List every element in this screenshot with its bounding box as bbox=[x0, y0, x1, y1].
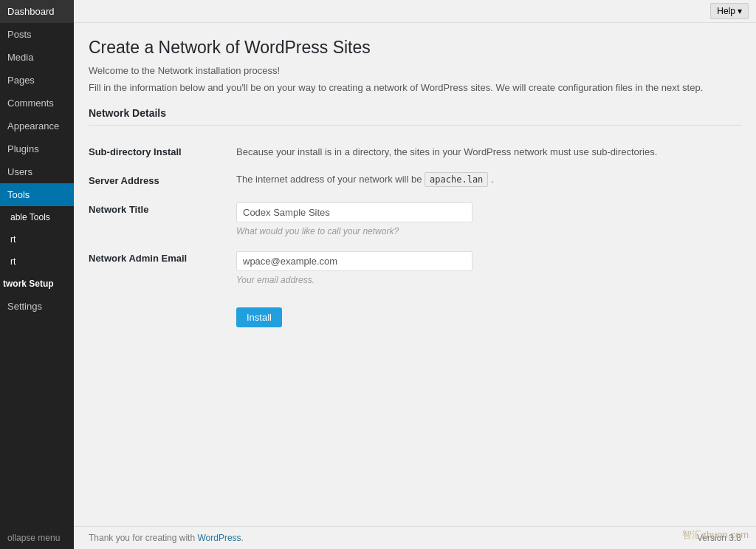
sidebar-item-pages[interactable]: Pages bbox=[0, 69, 74, 92]
server-address-row: Server Address The internet address of y… bbox=[89, 166, 741, 195]
admin-email-row: Network Admin Email Your email address. bbox=[89, 244, 741, 293]
admin-email-hint: Your email address. bbox=[236, 275, 741, 285]
help-button[interactable]: Help ▾ bbox=[710, 3, 749, 19]
sidebar-item-available-tools[interactable]: able Tools bbox=[0, 206, 74, 228]
collapse-menu[interactable]: ollapse menu bbox=[0, 527, 74, 549]
sidebar-item-settings[interactable]: Settings bbox=[0, 295, 74, 318]
network-title-input[interactable] bbox=[236, 202, 472, 222]
welcome-text: Welcome to the Network installation proc… bbox=[89, 65, 741, 76]
network-details-heading: Network Details bbox=[89, 107, 741, 126]
sidebar-item-users[interactable]: Users bbox=[0, 160, 74, 183]
content-area: Create a Network of WordPress Sites Welc… bbox=[74, 23, 756, 526]
sidebar-item-appearance[interactable]: Appearance bbox=[0, 115, 74, 137]
subdirectory-label: Sub-directory Install bbox=[89, 137, 236, 167]
network-title-row: Network Title What would you like to cal… bbox=[89, 195, 741, 244]
sidebar-item-network-setup[interactable]: twork Setup bbox=[0, 273, 74, 295]
sidebar-item-plugins[interactable]: Plugins bbox=[0, 137, 74, 160]
sidebar-item-comments[interactable]: Comments bbox=[0, 92, 74, 115]
network-title-label: Network Title bbox=[89, 195, 236, 244]
watermark: 智汇zhuon.com bbox=[682, 528, 749, 542]
main-content: Help ▾ Create a Network of WordPress Sit… bbox=[74, 0, 756, 549]
sidebar-item-export[interactable]: rt bbox=[0, 250, 74, 273]
admin-email-label: Network Admin Email bbox=[89, 244, 236, 293]
server-address-text-after: . bbox=[491, 174, 494, 185]
page-title: Create a Network of WordPress Sites bbox=[89, 38, 741, 58]
subdirectory-row: Sub-directory Install Because your insta… bbox=[89, 137, 741, 167]
sidebar-item-media[interactable]: Media bbox=[0, 46, 74, 69]
install-button[interactable]: Install bbox=[236, 307, 282, 327]
server-address-label: Server Address bbox=[89, 166, 236, 195]
subdirectory-description: Because your install is in a directory, … bbox=[236, 145, 741, 160]
sidebar: Dashboard Posts Media Pages Comments App… bbox=[0, 0, 74, 549]
footer: Thank you for creating with WordPress. V… bbox=[74, 526, 756, 549]
sidebar-item-posts[interactable]: Posts bbox=[0, 23, 74, 46]
footer-text: Thank you for creating with WordPress. bbox=[89, 533, 244, 543]
server-address-value: apache.lan bbox=[425, 172, 488, 187]
sidebar-item-dashboard[interactable]: Dashboard bbox=[0, 0, 74, 23]
network-title-hint: What would you like to call your network… bbox=[236, 226, 741, 236]
sidebar-item-tools[interactable]: Tools bbox=[0, 183, 74, 206]
server-address-text-before: The internet address of your network wil… bbox=[236, 174, 422, 185]
topbar: Help ▾ bbox=[74, 0, 756, 23]
admin-email-input[interactable] bbox=[236, 251, 472, 271]
form-table: Sub-directory Install Because your insta… bbox=[89, 137, 741, 335]
wordpress-link[interactable]: WordPress bbox=[197, 533, 241, 543]
info-text: Fill in the information below and you'll… bbox=[89, 81, 741, 95]
install-row: Install bbox=[89, 293, 741, 335]
sidebar-item-import[interactable]: rt bbox=[0, 228, 74, 250]
